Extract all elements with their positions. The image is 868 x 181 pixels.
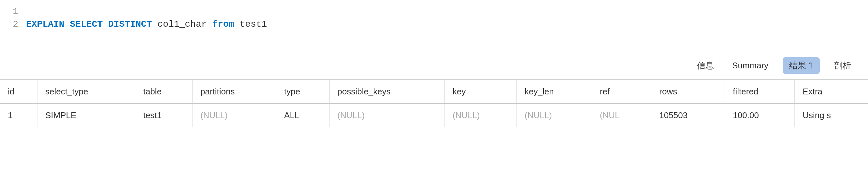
table-header-row: id select_type table partitions type pos…: [0, 80, 868, 104]
cell-ref: (NUL: [592, 104, 651, 127]
col-header-extra: Extra: [795, 80, 868, 104]
table-row: 1 SIMPLE test1 (NULL) ALL (NULL) (NULL) …: [0, 104, 868, 127]
results-table: id select_type table partitions type pos…: [0, 79, 868, 127]
line-number-1: 1: [6, 6, 26, 16]
col-header-partitions: partitions: [192, 80, 276, 104]
cell-possible-keys: (NULL): [330, 104, 444, 127]
code-line-2: 2 EXPLAIN SELECT DISTINCT col1_char from…: [6, 19, 855, 29]
col-header-ref: ref: [592, 80, 651, 104]
cell-filtered: 100.00: [725, 104, 795, 127]
summary-button[interactable]: Summary: [728, 59, 772, 73]
editor-panel: 1 2 EXPLAIN SELECT DISTINCT col1_char fr…: [0, 0, 868, 52]
col-header-key: key: [444, 80, 517, 104]
col-header-possible-keys: possible_keys: [330, 80, 444, 104]
code-line-1: 1: [6, 6, 855, 16]
col-header-table: table: [135, 80, 192, 104]
col-header-select-type: select_type: [37, 80, 135, 104]
cell-rows: 105503: [651, 104, 725, 127]
col-header-rows: rows: [651, 80, 725, 104]
col-header-id: id: [0, 80, 37, 104]
code-content-2: EXPLAIN SELECT DISTINCT col1_char from t…: [26, 19, 267, 29]
results-table-container: id select_type table partitions type pos…: [0, 79, 868, 127]
analyze-button[interactable]: 剖析: [830, 58, 855, 73]
info-button[interactable]: 信息: [693, 58, 718, 73]
cell-type: ALL: [276, 104, 330, 127]
cell-select-type: SIMPLE: [37, 104, 135, 127]
cell-key-len: (NULL): [517, 104, 592, 127]
code-content-1: [26, 6, 32, 16]
col-header-key-len: key_len: [517, 80, 592, 104]
cell-extra: Using s: [795, 104, 868, 127]
cell-partitions: (NULL): [192, 104, 276, 127]
cell-table: test1: [135, 104, 192, 127]
cell-key: (NULL): [444, 104, 517, 127]
cell-id: 1: [0, 104, 37, 127]
result-button[interactable]: 结果 1: [783, 57, 820, 74]
col-header-type: type: [276, 80, 330, 104]
line-number-2: 2: [6, 19, 26, 29]
toolbar: 信息 Summary 结果 1 剖析: [0, 52, 868, 79]
col-header-filtered: filtered: [725, 80, 795, 104]
